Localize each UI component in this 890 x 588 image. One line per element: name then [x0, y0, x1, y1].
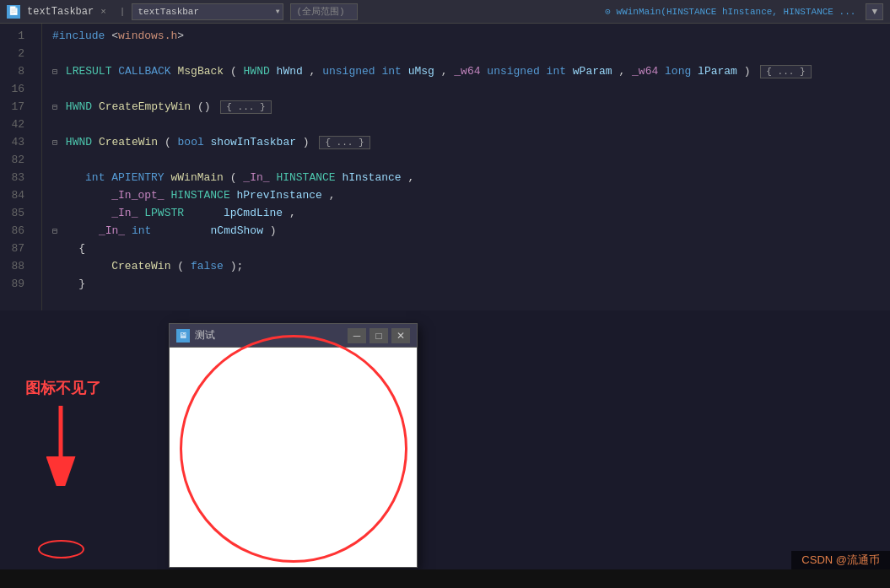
ln-88: 88 [0, 257, 31, 275]
float-close-btn[interactable]: ✕ [391, 328, 410, 343]
ln-83: 83 [0, 169, 31, 186]
code-line-2 [52, 45, 890, 62]
code-line-89: } [52, 275, 890, 293]
float-controls: ─ □ ✕ [348, 328, 410, 343]
float-title-icon: 🖥 [176, 329, 190, 343]
code-line-88: CreateWin ( false ); [52, 257, 890, 275]
function-indicator: ⊙ wWinMain(HINSTANCE hInstance, HINSTANC… [605, 6, 855, 17]
code-line-1: #include <windows.h> [52, 27, 890, 45]
ln-8: 8 [0, 62, 31, 80]
ln-43: 43 [0, 133, 31, 151]
code-line-86: ⊟ _In_ int nCmdShow ) [52, 222, 890, 240]
file-icon: 📄 [7, 5, 20, 19]
ln-87: 87 [0, 240, 31, 257]
scope-dropdown[interactable]: (全局范围) [290, 3, 358, 20]
ln-82: 82 [0, 151, 31, 169]
ln-89: 89 [0, 275, 31, 293]
csdn-watermark: CSDN @流通币 [791, 551, 890, 569]
code-line-43: ⊟ HWND CreateWin ( bool showInTaskbar ) … [52, 133, 890, 151]
circle-icon: ⊙ [605, 7, 611, 17]
code-line-42 [52, 116, 890, 133]
code-line-8: ⊟ LRESULT CALLBACK MsgBack ( HWND hWnd ,… [52, 62, 890, 80]
red-circle-annotation [180, 335, 407, 563]
editor-toolbar: 📄 textTaskbar × | textTaskbar ▼ (全局范围) ⊙… [0, 0, 890, 24]
ln-84: 84 [0, 186, 31, 204]
dropdown-arrow-icon: ▼ [276, 8, 280, 15]
filename-label: textTaskbar [27, 6, 94, 18]
code-line-83: int APIENTRY wWinMain ( _In_ HINSTANCE h… [52, 169, 890, 186]
ln-2: 2 [0, 45, 31, 62]
annotation-arrow [42, 402, 93, 486]
ln-85: 85 [0, 204, 31, 222]
float-titlebar: 🖥 测试 ─ □ ✕ [170, 324, 417, 348]
lower-area: 图标不见了 🖥 测试 ─ □ ✕ [0, 310, 890, 569]
file-dropdown[interactable]: textTaskbar ▼ [132, 3, 283, 20]
float-title-text: 测试 [195, 328, 348, 343]
collapsed-43[interactable]: { ... } [319, 136, 369, 149]
collapsed-8[interactable]: { ... } [760, 65, 811, 78]
code-area[interactable]: #include <windows.h> ⊟ LRESULT CALLBACK … [42, 24, 890, 310]
collapsed-17[interactable]: { ... } [220, 100, 271, 114]
close-tab-btn[interactable]: × [100, 7, 106, 17]
annotation-text: 图标不见了 [25, 378, 101, 398]
ln-16: 16 [0, 80, 31, 98]
collapse-btn-86[interactable]: ⊟ [52, 227, 57, 236]
code-line-87: { [52, 240, 890, 257]
ln-42: 42 [0, 116, 31, 133]
code-editor: 1 2 8 16 17 42 43 82 83 84 85 86 87 88 8… [0, 24, 890, 310]
code-line-17: ⊟ HWND CreateEmptyWin () { ... } [52, 98, 890, 116]
collapse-btn-8[interactable]: ⊟ [52, 67, 57, 77]
tab-separator: | [120, 7, 126, 17]
float-window: 🖥 测试 ─ □ ✕ [169, 323, 418, 568]
collapse-btn-43[interactable]: ⊟ [52, 138, 57, 148]
right-dropdown[interactable]: ▼ [866, 3, 883, 20]
ln-86: 86 [0, 222, 31, 240]
code-line-16 [52, 80, 890, 98]
ln-17: 17 [0, 98, 31, 116]
float-minimize-btn[interactable]: ─ [348, 328, 366, 343]
code-line-84: _In_opt_ HINSTANCE hPrevInstance , [52, 186, 890, 204]
line-number-gutter: 1 2 8 16 17 42 43 82 83 84 85 86 87 88 8… [0, 24, 42, 310]
float-maximize-btn[interactable]: □ [369, 328, 388, 343]
ln-1: 1 [0, 27, 31, 45]
float-content [170, 348, 417, 567]
code-line-85: _In_ LPWSTR lpCmdLine , [52, 204, 890, 222]
collapse-btn-17[interactable]: ⊟ [52, 103, 57, 112]
taskbar [0, 569, 890, 588]
code-line-82 [52, 151, 890, 169]
